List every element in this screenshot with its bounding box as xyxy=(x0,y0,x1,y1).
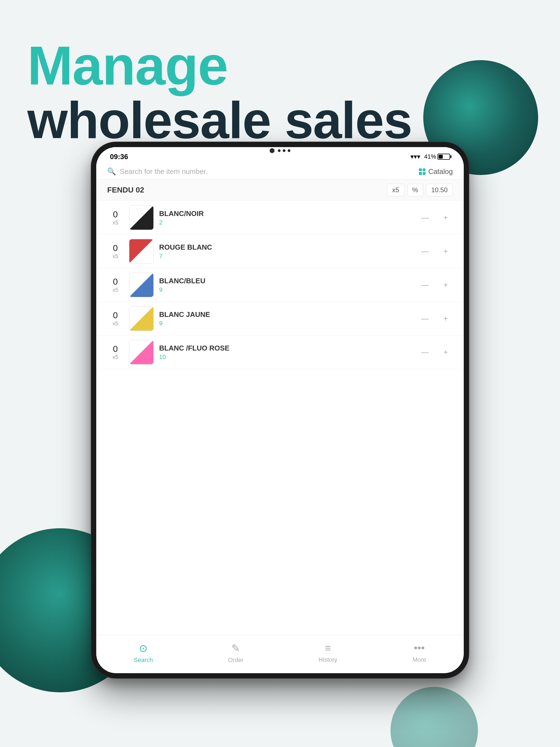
decrement-button[interactable]: — xyxy=(418,210,432,225)
product-stock: 9 xyxy=(159,286,412,293)
tablet-device: 09:36 ▾▾▾ 41% 🔍 Search for xyxy=(91,142,469,678)
product-row: 0 x5 ROUGE BLANC 7 — + xyxy=(96,235,464,268)
minus-icon: — xyxy=(421,349,429,356)
plus-icon: + xyxy=(443,315,448,323)
product-info: BLANC/NOIR 2 xyxy=(159,209,412,226)
product-row: 0 x5 BLANC/NOIR 2 — + xyxy=(96,201,464,235)
product-quantity: 0 xyxy=(113,310,118,320)
product-row: 0 x5 BLANC/BLEU 9 — + xyxy=(96,268,464,302)
battery-fill xyxy=(439,155,443,159)
product-row: 0 x5 BLANC /FLUO ROSE 10 — + xyxy=(96,335,464,369)
increment-button[interactable]: + xyxy=(439,244,453,258)
tablet-dot-1 xyxy=(278,149,281,152)
tablet-screen: 09:36 ▾▾▾ 41% 🔍 Search for xyxy=(96,147,464,673)
x5-control-button[interactable]: x5 xyxy=(387,184,404,196)
product-actions[interactable]: — + xyxy=(418,244,453,258)
catalog-label: Catalog xyxy=(428,168,453,176)
product-list: 0 x5 BLANC/NOIR 2 — + 0 x5 xyxy=(96,201,464,369)
product-multiplier: x5 xyxy=(112,287,118,293)
catalog-button[interactable]: Catalog xyxy=(419,168,453,176)
tablet-outer-frame: 09:36 ▾▾▾ 41% 🔍 Search for xyxy=(91,142,469,678)
product-qty-area: 0 x5 xyxy=(107,209,124,226)
plus-icon: + xyxy=(443,214,448,222)
product-name: ROUGE BLANC xyxy=(159,243,412,252)
wifi-icon: ▾▾▾ xyxy=(410,153,420,160)
tablet-sensors xyxy=(270,148,290,153)
tablet-camera xyxy=(270,148,275,153)
plus-icon: + xyxy=(443,281,448,289)
search-nav-label: Search xyxy=(134,656,153,664)
product-image-placeholder xyxy=(129,340,153,364)
product-qty-area: 0 x5 xyxy=(107,277,124,293)
plus-icon: + xyxy=(443,248,448,255)
hero-section: Manage wholesale sales xyxy=(27,38,412,148)
product-actions[interactable]: — + xyxy=(418,210,453,225)
nav-item-search[interactable]: ⊙ Search xyxy=(134,642,153,664)
nav-item-history[interactable]: ≡ History xyxy=(319,642,337,663)
battery-icon xyxy=(437,154,450,160)
section-title: FENDU 02 xyxy=(107,186,144,195)
catalog-grid-icon xyxy=(419,169,426,175)
product-qty-area: 0 x5 xyxy=(107,310,124,327)
product-qty-area: 0 x5 xyxy=(107,243,124,259)
nav-item-more[interactable]: ••• More xyxy=(412,642,426,663)
product-image xyxy=(129,306,154,331)
product-multiplier: x5 xyxy=(112,354,118,360)
product-image xyxy=(129,239,154,264)
decrement-button[interactable]: — xyxy=(418,244,432,258)
product-stock: 2 xyxy=(159,219,412,226)
minus-icon: — xyxy=(421,315,429,323)
order-nav-label: Order xyxy=(228,656,244,664)
order-nav-icon: ✎ xyxy=(231,642,240,654)
decrement-button[interactable]: — xyxy=(418,278,432,292)
bottom-navigation: ⊙ Search ✎ Order ≡ History ••• More xyxy=(96,635,464,673)
product-actions[interactable]: — + xyxy=(418,311,453,326)
product-image-placeholder xyxy=(129,239,153,263)
plus-icon: + xyxy=(443,349,448,356)
minus-icon: — xyxy=(421,281,429,289)
minus-icon: — xyxy=(421,248,429,255)
product-info: BLANC JAUNE 9 xyxy=(159,310,412,327)
product-actions[interactable]: — + xyxy=(418,345,453,359)
product-stock: 10 xyxy=(159,354,412,361)
tablet-dot-3 xyxy=(288,149,290,152)
increment-button[interactable]: + xyxy=(439,210,453,225)
product-quantity: 0 xyxy=(113,344,118,354)
product-name: BLANC/NOIR xyxy=(159,209,412,218)
section-header: FENDU 02 x5 % 10.50 xyxy=(96,179,464,201)
history-nav-label: History xyxy=(319,656,337,663)
product-image-placeholder xyxy=(129,206,153,230)
product-info: BLANC /FLUO ROSE 10 xyxy=(159,344,412,361)
search-input-area[interactable]: 🔍 Search for the item number. xyxy=(107,168,419,176)
product-multiplier: x5 xyxy=(112,220,118,226)
increment-button[interactable]: + xyxy=(439,311,453,326)
section-controls[interactable]: x5 % 10.50 xyxy=(387,184,453,196)
more-nav-label: More xyxy=(412,656,426,663)
product-multiplier: x5 xyxy=(112,320,118,327)
battery-percent: 41% xyxy=(424,153,436,160)
product-multiplier: x5 xyxy=(112,253,118,259)
increment-button[interactable]: + xyxy=(439,278,453,292)
increment-button[interactable]: + xyxy=(439,345,453,359)
nav-item-order[interactable]: ✎ Order xyxy=(228,642,244,664)
search-bar[interactable]: 🔍 Search for the item number. Catalog xyxy=(96,164,464,179)
product-qty-area: 0 x5 xyxy=(107,344,124,360)
product-info: ROUGE BLANC 7 xyxy=(159,243,412,260)
percent-control-button[interactable]: % xyxy=(407,184,423,196)
tablet-dots xyxy=(278,149,290,152)
history-nav-icon: ≡ xyxy=(325,642,331,654)
product-actions[interactable]: — + xyxy=(418,278,453,292)
product-image xyxy=(129,205,154,230)
product-image xyxy=(129,340,154,364)
screen-content: 🔍 Search for the item number. Catalog FE… xyxy=(96,164,464,635)
product-info: BLANC/BLEU 9 xyxy=(159,277,412,293)
hero-subtitle-text: wholesale sales xyxy=(27,93,412,148)
product-image xyxy=(129,273,154,297)
price-control[interactable]: 10.50 xyxy=(426,184,453,196)
battery-container: 41% xyxy=(424,153,450,160)
decrement-button[interactable]: — xyxy=(418,311,432,326)
status-time: 09:36 xyxy=(110,153,128,161)
product-name: BLANC/BLEU xyxy=(159,277,412,285)
decrement-button[interactable]: — xyxy=(418,345,432,359)
status-icons: ▾▾▾ 41% xyxy=(410,153,450,160)
